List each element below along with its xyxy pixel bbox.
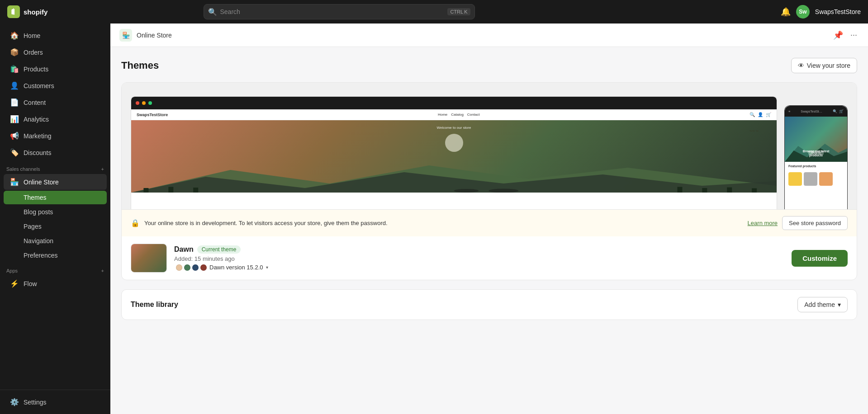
close-dot xyxy=(136,101,139,105)
mobile-hero: Browse our latestproducts Shop all xyxy=(785,117,847,162)
mobile-products xyxy=(785,170,847,188)
main-content: 🏪 Online Store 📌 ··· Themes 👁 View your … xyxy=(110,24,868,414)
theme-thumbnail xyxy=(131,244,167,273)
search-icon: 🔍 xyxy=(208,8,217,16)
svg-rect-7 xyxy=(727,188,732,193)
sidebar-item-products[interactable]: 🛍️ Products xyxy=(4,61,107,77)
notification-bell-icon[interactable]: 🔔 xyxy=(781,7,791,17)
page-title-row: Themes 👁 View your store xyxy=(121,58,857,73)
sidebar-item-online-store[interactable]: 🏪 Online Store xyxy=(4,174,107,190)
desktop-preview: SwapsTestStore Home Catalog Contact 🔍 👤 xyxy=(131,96,777,209)
apps-expand-icon[interactable]: + xyxy=(101,268,104,273)
section-header-icon: 🏪 xyxy=(119,29,132,42)
sidebar-item-orders[interactable]: 📦 Orders xyxy=(4,44,107,60)
swatch-1[interactable] xyxy=(176,264,182,271)
orders-icon: 📦 xyxy=(10,48,19,56)
online-store-icon: 🏪 xyxy=(10,178,19,186)
mobile-icons: 🔍 🛒 xyxy=(833,109,844,113)
theme-info: Dawn Current theme Added: 15 minutes ago xyxy=(174,245,784,271)
svg-point-9 xyxy=(454,189,479,193)
mobile-store-name: SwapsTestSt… xyxy=(801,110,822,113)
section-header-actions: 📌 ··· xyxy=(831,28,859,42)
sidebar: 🏠 Home 📦 Orders 🛍️ Products 👤 Customers … xyxy=(0,24,110,414)
topnav-right: 🔔 Sw SwapsTestStore xyxy=(781,5,861,19)
pin-button[interactable]: 📌 xyxy=(831,28,845,42)
hero-birds: 〜〜 〜 xyxy=(749,129,759,133)
more-actions-button[interactable]: ··· xyxy=(849,28,859,42)
theme-library-header: Theme library Add theme ▾ xyxy=(122,290,857,320)
sidebar-sub-preferences[interactable]: Preferences xyxy=(4,249,107,262)
store-nav-icons: 🔍 👤 🛒 xyxy=(749,112,771,117)
product-thumb-3 xyxy=(819,172,833,186)
theme-preview-images: SwapsTestStore Home Catalog Contact 🔍 👤 xyxy=(122,83,857,209)
current-theme-card: SwapsTestStore Home Catalog Contact 🔍 👤 xyxy=(121,82,857,280)
store-navbar-name: SwapsTestStore xyxy=(137,113,168,117)
hero-mountains xyxy=(131,156,777,193)
sidebar-bottom: ⚙️ Settings xyxy=(0,390,110,410)
theme-added-time: Added: 15 minutes ago xyxy=(174,255,784,262)
theme-name: Dawn xyxy=(174,245,194,254)
svg-rect-8 xyxy=(752,188,757,193)
store-hero: Welcome to our store 〜〜 〜 xyxy=(131,120,777,193)
color-swatches xyxy=(176,264,207,271)
section-header-title: Online Store xyxy=(137,32,827,39)
hero-text: Welcome to our store xyxy=(131,126,777,130)
shop-all-btn: Shop all xyxy=(785,147,847,155)
see-store-password-button[interactable]: See store password xyxy=(782,216,848,230)
swatch-3[interactable] xyxy=(192,264,199,271)
search-shortcut: CTRL K xyxy=(447,8,470,15)
add-theme-chevron-icon: ▾ xyxy=(838,301,841,308)
theme-name-row: Dawn Current theme xyxy=(174,245,784,254)
sidebar-item-customers[interactable]: 👤 Customers xyxy=(4,78,107,94)
store-nav-links: Home Catalog Contact xyxy=(438,113,480,117)
page-content: Themes 👁 View your store xyxy=(110,47,868,331)
top-navigation: shopify 🔍 CTRL K 🔔 Sw SwapsTestStore xyxy=(0,0,868,24)
svg-rect-6 xyxy=(702,188,707,193)
sidebar-sub-pages[interactable]: Pages xyxy=(4,220,107,233)
desktop-preview-bar xyxy=(131,97,777,109)
svg-rect-5 xyxy=(677,187,682,193)
current-theme-badge: Current theme xyxy=(197,245,241,254)
minimize-dot xyxy=(142,101,146,105)
hero-moon xyxy=(445,134,463,152)
shopify-logo[interactable]: shopify xyxy=(7,5,47,18)
add-theme-button[interactable]: Add theme ▾ xyxy=(797,297,848,312)
theme-library-title: Theme library xyxy=(131,301,178,309)
sidebar-sub-themes[interactable]: Themes xyxy=(4,191,107,204)
sidebar-item-marketing[interactable]: 📢 Marketing xyxy=(4,128,107,144)
sales-channels-expand-icon[interactable]: + xyxy=(101,166,104,172)
analytics-icon: 📊 xyxy=(10,115,19,123)
section-header: 🏪 Online Store 📌 ··· xyxy=(110,24,868,47)
swatch-4[interactable] xyxy=(200,264,207,271)
swatch-2[interactable] xyxy=(184,264,190,271)
content-icon: 📄 xyxy=(10,98,19,107)
customize-button[interactable]: Customize xyxy=(792,250,848,267)
store-name: SwapsTestStore xyxy=(815,8,861,15)
flow-icon: ⚡ xyxy=(10,279,19,288)
customers-icon: 👤 xyxy=(10,81,19,90)
theme-library-card: Theme library Add theme ▾ xyxy=(121,289,857,320)
version-chevron-icon[interactable]: ▾ xyxy=(266,265,268,270)
sidebar-item-content[interactable]: 📄 Content xyxy=(4,94,107,110)
view-store-button[interactable]: 👁 View your store xyxy=(791,58,857,73)
sidebar-sub-blog-posts[interactable]: Blog posts xyxy=(4,205,107,219)
sidebar-item-discounts[interactable]: 🏷️ Discounts xyxy=(4,145,107,160)
page-title: Themes xyxy=(121,60,159,71)
theme-version-text: Dawn version 15.2.0 xyxy=(209,264,263,271)
search-input[interactable] xyxy=(204,4,475,19)
sidebar-item-flow[interactable]: ⚡ Flow xyxy=(4,276,107,292)
alert-text: Your online store is in development. To … xyxy=(144,220,743,226)
sidebar-item-analytics[interactable]: 📊 Analytics xyxy=(4,111,107,127)
products-icon: 🛍️ xyxy=(10,65,19,73)
learn-more-button[interactable]: Learn more xyxy=(748,220,778,226)
sidebar-item-settings[interactable]: ⚙️ Settings xyxy=(4,394,107,410)
current-theme-row: Dawn Current theme Added: 15 minutes ago xyxy=(122,236,857,280)
svg-rect-2 xyxy=(143,188,148,193)
avatar[interactable]: Sw xyxy=(796,5,810,19)
svg-rect-3 xyxy=(168,187,173,193)
sidebar-item-home[interactable]: 🏠 Home xyxy=(4,28,107,43)
sidebar-sub-navigation[interactable]: Navigation xyxy=(4,234,107,248)
lock-icon: 🔒 xyxy=(131,219,140,227)
mobile-preview: ≡ SwapsTestSt… 🔍 🛒 xyxy=(784,105,848,209)
alert-banner: 🔒 Your online store is in development. T… xyxy=(122,209,857,236)
